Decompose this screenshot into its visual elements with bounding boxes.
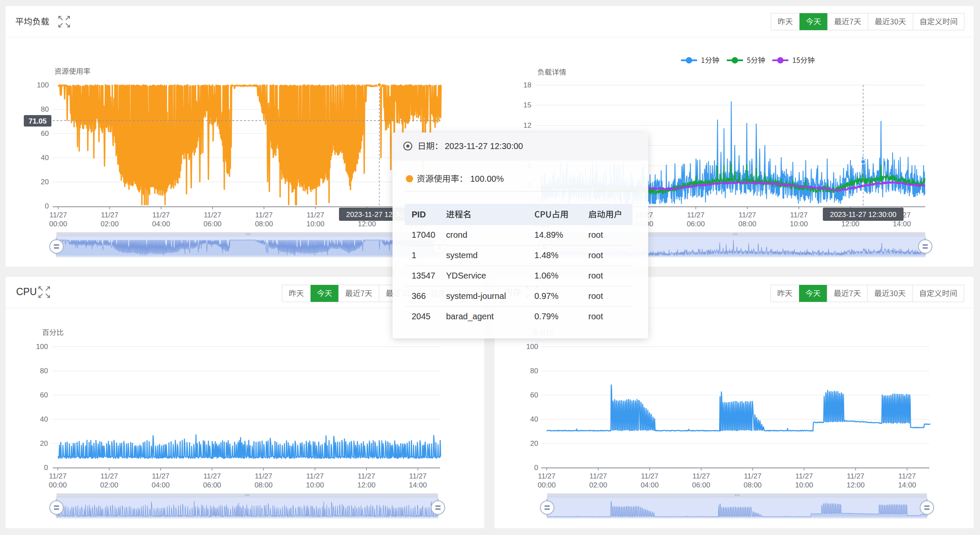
- svg-text:11/27: 11/27: [409, 472, 426, 480]
- svg-text:11/27: 11/27: [744, 472, 761, 480]
- svg-text:11/27: 11/27: [898, 472, 916, 480]
- svg-text:06:00: 06:00: [203, 481, 221, 489]
- svg-text:crond: crond: [446, 230, 467, 239]
- svg-text:11/27: 11/27: [49, 472, 66, 480]
- svg-text:11/27: 11/27: [358, 472, 375, 480]
- svg-text:10:00: 10:00: [306, 220, 325, 228]
- svg-text:40: 40: [530, 415, 538, 423]
- svg-text:40: 40: [41, 154, 49, 162]
- svg-text:YDService: YDService: [446, 271, 486, 280]
- svg-text:systemd-journal: systemd-journal: [446, 291, 506, 301]
- svg-text:40: 40: [40, 415, 48, 423]
- svg-text:14:00: 14:00: [893, 220, 911, 228]
- svg-text:06:00: 06:00: [687, 220, 705, 228]
- svg-text:root: root: [588, 312, 603, 321]
- svg-text:root: root: [588, 230, 603, 239]
- svg-text:11/27: 11/27: [204, 211, 221, 219]
- svg-text:root: root: [588, 251, 603, 260]
- svg-text:11/27: 11/27: [203, 472, 221, 480]
- svg-text:08:00: 08:00: [738, 220, 757, 228]
- svg-text:100.00%: 100.00%: [470, 174, 504, 183]
- svg-text:14:00: 14:00: [898, 481, 916, 489]
- svg-text:11/27: 11/27: [687, 211, 704, 219]
- svg-text:06:00: 06:00: [203, 220, 222, 228]
- svg-text:11/27: 11/27: [795, 472, 813, 480]
- svg-text:02:00: 02:00: [100, 481, 119, 489]
- svg-text:12:00: 12:00: [358, 220, 376, 228]
- svg-text:0: 0: [534, 464, 538, 472]
- svg-text:60: 60: [530, 391, 538, 399]
- svg-text:10:00: 10:00: [306, 481, 324, 489]
- svg-text:barad_agent: barad_agent: [446, 312, 494, 321]
- svg-text:11/27: 11/27: [153, 211, 170, 219]
- svg-text:root: root: [588, 271, 603, 280]
- svg-text:366: 366: [412, 291, 426, 301]
- svg-text:CPU: CPU: [16, 286, 37, 297]
- svg-text:11/27: 11/27: [49, 211, 67, 219]
- svg-text:12:00: 12:00: [357, 481, 376, 489]
- svg-text:17040: 17040: [412, 230, 435, 239]
- svg-text:systemd: systemd: [446, 251, 477, 260]
- svg-text:11/27: 11/27: [307, 211, 324, 219]
- svg-text:2023-11-27 12:30:00: 2023-11-27 12:30:00: [830, 211, 897, 219]
- svg-text:08:00: 08:00: [255, 220, 273, 228]
- svg-text:10:00: 10:00: [795, 481, 813, 489]
- svg-text:20: 20: [40, 439, 48, 448]
- svg-text:root: root: [588, 291, 603, 301]
- svg-text:20: 20: [41, 178, 49, 186]
- svg-text:04:00: 04:00: [152, 220, 170, 228]
- svg-text:11/27: 11/27: [101, 211, 118, 219]
- svg-text:1: 1: [412, 251, 416, 260]
- svg-text:80: 80: [41, 105, 49, 113]
- svg-text:04:00: 04:00: [641, 481, 659, 489]
- svg-text:02:00: 02:00: [589, 481, 607, 489]
- svg-text:100: 100: [37, 81, 49, 89]
- svg-text:11/27: 11/27: [255, 211, 273, 219]
- svg-text:11/27: 11/27: [739, 211, 756, 219]
- svg-text:06:00: 06:00: [692, 481, 710, 489]
- svg-text:1.48%: 1.48%: [534, 251, 559, 260]
- svg-text:11/27: 11/27: [538, 472, 555, 480]
- svg-text:11/27: 11/27: [590, 472, 607, 480]
- svg-text:60: 60: [41, 130, 49, 138]
- svg-text:80: 80: [40, 367, 48, 375]
- svg-text:0: 0: [44, 464, 48, 472]
- svg-text:2045: 2045: [412, 312, 431, 321]
- svg-text:100: 100: [36, 343, 48, 351]
- svg-text:1.06%: 1.06%: [534, 271, 559, 280]
- svg-text:14:00: 14:00: [409, 481, 427, 489]
- svg-text:11/27: 11/27: [152, 472, 169, 480]
- svg-text:11/27: 11/27: [692, 472, 710, 480]
- svg-text:100: 100: [526, 343, 538, 351]
- svg-text:00:00: 00:00: [538, 481, 556, 489]
- svg-text:80: 80: [530, 367, 538, 375]
- svg-text:11/27: 11/27: [641, 472, 658, 480]
- svg-text:PID: PID: [412, 210, 426, 219]
- svg-text:02:00: 02:00: [101, 220, 119, 228]
- svg-text:12:00: 12:00: [842, 220, 860, 228]
- svg-text:60: 60: [40, 391, 48, 399]
- svg-text:00:00: 00:00: [49, 220, 68, 228]
- svg-text:12:00: 12:00: [847, 481, 865, 489]
- svg-text:08:00: 08:00: [254, 481, 273, 489]
- svg-text:0: 0: [45, 202, 49, 210]
- svg-text:10:00: 10:00: [790, 220, 808, 228]
- svg-text:00:00: 00:00: [49, 481, 67, 489]
- svg-text:71.05: 71.05: [28, 117, 47, 125]
- svg-text:04:00: 04:00: [152, 481, 170, 489]
- svg-text:11/27: 11/27: [100, 472, 118, 480]
- svg-text:11/27: 11/27: [847, 472, 864, 480]
- svg-text:15: 15: [523, 101, 531, 109]
- svg-text:20: 20: [530, 439, 538, 448]
- svg-text:12: 12: [523, 121, 531, 130]
- svg-text:13547: 13547: [412, 271, 435, 280]
- svg-text:11/27: 11/27: [255, 472, 272, 480]
- svg-text:14.89%: 14.89%: [534, 230, 563, 239]
- svg-text:08:00: 08:00: [744, 481, 762, 489]
- svg-text:11/27: 11/27: [306, 472, 324, 480]
- svg-text:18: 18: [523, 81, 531, 89]
- svg-text:11/27: 11/27: [790, 211, 808, 219]
- svg-text:2023-11-27 12:30:00: 2023-11-27 12:30:00: [445, 141, 523, 151]
- svg-text:0.79%: 0.79%: [534, 312, 559, 321]
- svg-text:0.97%: 0.97%: [534, 291, 559, 301]
